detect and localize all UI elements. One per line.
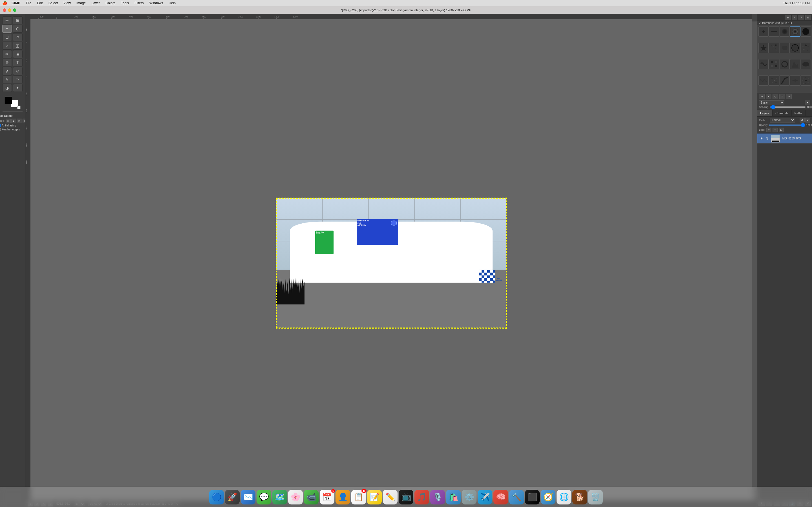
paintbrush-button[interactable]: ✏ bbox=[2, 50, 12, 58]
menu-file[interactable]: File bbox=[25, 1, 33, 5]
svg-text:0: 0 bbox=[26, 42, 28, 43]
color-swatches: ⇄ bbox=[5, 97, 20, 109]
svg-point-49 bbox=[331, 227, 352, 244]
menu-tools[interactable]: Tools bbox=[120, 1, 130, 5]
traffic-lights bbox=[3, 8, 16, 12]
tool-options-title: Free Select bbox=[0, 114, 28, 117]
svg-rect-0 bbox=[31, 14, 406, 19]
blue-banner: WELCOME TOFABACADEMY bbox=[357, 219, 398, 245]
svg-text:400: 400 bbox=[26, 109, 28, 113]
svg-text:800: 800 bbox=[202, 15, 206, 18]
title-bar: *[IMG_6269] (imported)-2.0 (RGB color 8-… bbox=[0, 6, 406, 14]
menu-edit[interactable]: Edit bbox=[36, 1, 44, 5]
fill-button[interactable]: ⊕ bbox=[2, 59, 12, 66]
mode-icons: □ ■ ◫ ⊟ bbox=[6, 119, 28, 123]
mode-label: Mode: bbox=[0, 119, 4, 122]
fuzzy-select-button[interactable]: ⬡ bbox=[13, 25, 22, 33]
move-tool-button[interactable]: ✛ bbox=[2, 16, 12, 24]
svg-text:700: 700 bbox=[184, 15, 188, 18]
mode-row: Mode: □ ■ ◫ ⊟ bbox=[0, 119, 28, 123]
menu-bar: 🍎 GIMP File Edit Select View Image Layer… bbox=[0, 0, 406, 6]
ruler-top: -100 0 100 200 300 400 500 600 700 800 9… bbox=[31, 14, 406, 19]
alignment-tool-button[interactable]: ⊞ bbox=[13, 16, 22, 24]
menu-colors[interactable]: Colors bbox=[104, 1, 116, 5]
svg-rect-31 bbox=[26, 19, 31, 253]
svg-text:1200: 1200 bbox=[274, 15, 280, 18]
minimize-button[interactable] bbox=[8, 8, 11, 12]
app-container: ✛ ⊞ ✦ ⬡ ⊡ ↻ ⊿ ◫ ✏ ▣ ⊕ T ⊀ ⊙ ✎ 〜 ◑ ✦ ⇄ bbox=[0, 14, 406, 253]
tool-separator-2 bbox=[3, 111, 22, 112]
svg-text:200: 200 bbox=[93, 15, 96, 18]
svg-text:300: 300 bbox=[26, 93, 28, 96]
svg-text:1300: 1300 bbox=[293, 15, 298, 18]
menu-help[interactable]: Help bbox=[167, 1, 177, 5]
green-sign: Choco ChipCookies bbox=[315, 231, 334, 253]
maximize-button[interactable] bbox=[13, 8, 16, 12]
svg-point-52 bbox=[406, 228, 406, 244]
pencil-button[interactable]: ✎ bbox=[2, 75, 12, 83]
svg-text:200: 200 bbox=[26, 75, 28, 79]
svg-text:0: 0 bbox=[56, 15, 57, 18]
shear-tool-button[interactable]: ⊿ bbox=[2, 42, 12, 50]
menu-select[interactable]: Select bbox=[47, 1, 59, 5]
svg-point-47 bbox=[296, 228, 313, 244]
canvas-area: *IMG_6269 × -100 0 100 200 300 400 500 6… bbox=[26, 14, 406, 253]
canvas-content: WELCOME TOFABACADEMY Choco ChipCookies bbox=[276, 198, 406, 253]
swap-colors-button[interactable]: ⇄ bbox=[17, 106, 20, 109]
menu-windows[interactable]: Windows bbox=[148, 1, 164, 5]
svg-text:100: 100 bbox=[26, 59, 28, 62]
mode-subtract[interactable]: ◫ bbox=[17, 119, 22, 123]
antialiasing-row: Antialiasing bbox=[0, 124, 28, 127]
zoom-button[interactable]: ⊙ bbox=[13, 67, 22, 75]
tool-grid: ✛ ⊞ ✦ ⬡ ⊡ ↻ ⊿ ◫ ✏ ▣ ⊕ T ⊀ ⊙ ✎ 〜 ◑ ✦ bbox=[1, 15, 24, 93]
menu-filters[interactable]: Filters bbox=[133, 1, 145, 5]
image-frame[interactable]: WELCOME TOFABACADEMY Choco ChipCookies bbox=[276, 198, 406, 253]
apple-menu[interactable]: 🍎 bbox=[2, 1, 7, 5]
tool-options-panel: Free Select Mode: □ ■ ◫ ⊟ Antialiasing F… bbox=[0, 113, 29, 133]
feather-edges-label: Feather edges bbox=[2, 128, 20, 131]
svg-text:100: 100 bbox=[74, 15, 78, 18]
menu-image[interactable]: Image bbox=[75, 1, 87, 5]
crop-tool-button[interactable]: ⊡ bbox=[2, 33, 12, 41]
eraser-button[interactable]: ▣ bbox=[13, 50, 22, 58]
close-button[interactable] bbox=[3, 8, 6, 12]
svg-text:-50: -50 bbox=[26, 27, 28, 31]
canvas-viewport[interactable]: WELCOME TOFABACADEMY Choco ChipCookies bbox=[31, 19, 406, 253]
color-picker-button[interactable]: ✦ bbox=[13, 84, 22, 92]
svg-text:1100: 1100 bbox=[256, 15, 261, 18]
svg-text:500: 500 bbox=[26, 126, 28, 130]
mode-replace[interactable]: □ bbox=[6, 119, 11, 123]
menu-layer[interactable]: Layer bbox=[90, 1, 101, 5]
smudge-button[interactable]: 〜 bbox=[13, 75, 22, 83]
svg-text:1000: 1000 bbox=[238, 15, 243, 18]
svg-text:700: 700 bbox=[26, 160, 28, 164]
menu-view[interactable]: View bbox=[62, 1, 72, 5]
antialiasing-label: Antialiasing bbox=[2, 124, 16, 127]
rotate-tool-button[interactable]: ↻ bbox=[13, 33, 22, 41]
text-button[interactable]: T bbox=[13, 59, 22, 66]
gimp-image: WELCOME TOFABACADEMY Choco ChipCookies bbox=[276, 198, 406, 253]
path-button[interactable]: ⊀ bbox=[2, 67, 12, 75]
window-title: *[IMG_6269] (imported)-2.0 (RGB color 8-… bbox=[341, 8, 406, 12]
svg-text:-100: -100 bbox=[39, 15, 44, 18]
ruler-left: -50 0 100 200 300 400 500 600 700 bbox=[26, 19, 31, 253]
feather-edges-checkbox[interactable] bbox=[0, 128, 1, 131]
foreground-color-swatch[interactable] bbox=[5, 97, 12, 104]
mode-add[interactable]: ■ bbox=[11, 119, 16, 123]
svg-text:900: 900 bbox=[221, 15, 225, 18]
toolbox: ✛ ⊞ ✦ ⬡ ⊡ ↻ ⊿ ◫ ✏ ▣ ⊕ T ⊀ ⊙ ✎ 〜 ◑ ✦ ⇄ bbox=[0, 14, 26, 253]
perspective-tool-button[interactable]: ◫ bbox=[13, 42, 22, 50]
feather-edges-row: Feather edges bbox=[0, 128, 28, 131]
svg-text:300: 300 bbox=[111, 15, 115, 18]
menu-gimp[interactable]: GIMP bbox=[10, 1, 21, 5]
dodge-burn-button[interactable]: ◑ bbox=[2, 84, 12, 92]
globe-icon bbox=[391, 221, 397, 226]
svg-text:500: 500 bbox=[147, 15, 151, 18]
free-select-button[interactable]: ✦ bbox=[2, 25, 12, 33]
ruler-corner bbox=[26, 14, 31, 19]
svg-text:600: 600 bbox=[166, 15, 170, 18]
svg-text:600: 600 bbox=[26, 143, 28, 147]
antialiasing-checkbox[interactable] bbox=[0, 124, 1, 127]
svg-text:400: 400 bbox=[129, 15, 133, 18]
